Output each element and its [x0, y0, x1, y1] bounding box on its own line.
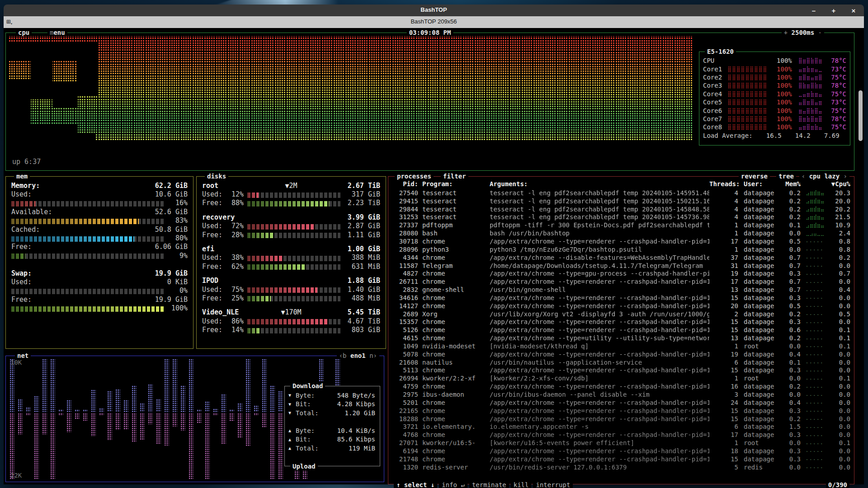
processes-box-label[interactable]: processes	[395, 172, 434, 180]
process-mem: 0.2	[782, 197, 801, 205]
reverse-button[interactable]: reverse	[739, 172, 770, 180]
process-row[interactable]: 27337pdftoppmpdftoppm -tiff -r 300 Epste…	[392, 221, 850, 229]
process-user: datapage	[738, 407, 782, 414]
col-pid[interactable]: Pid:	[392, 180, 418, 188]
process-row[interactable]: 5201chrome/app/extra/chrome --type=rende…	[392, 399, 850, 407]
process-row[interactable]: 14127chrome/app/extra/chrome --type=rend…	[392, 302, 850, 310]
process-row[interactable]: 26994kworker/2:2-xf[kworker/2:2-xfs-conv…	[392, 374, 850, 382]
process-row[interactable]: 2832gnome-shell/usr/bin/gnome-shell13dat…	[392, 286, 850, 294]
process-row[interactable]: 30718chrome/app/extra/chrome --type=rend…	[392, 237, 850, 245]
process-cpu: 0.0	[830, 399, 850, 406]
process-row[interactable]: 5126chrome/app/extra/chrome --type=rende…	[392, 326, 850, 334]
next-interface-button[interactable]: n›	[369, 352, 377, 359]
process-row[interactable]: 15357chrome/app/extra/chrome --type=rend…	[392, 318, 850, 326]
memory-stat-label: Used:	[11, 278, 32, 286]
process-cpu-graph: ⠄⠄⠄⠄⠄	[801, 254, 830, 260]
process-cpu: 0.1	[830, 375, 850, 382]
col-arguments[interactable]: Arguments:	[485, 180, 709, 188]
col-cpu[interactable]: ▼Cpu%	[830, 180, 850, 188]
process-arguments: /app/extra/chrome --type=renderer --cras…	[485, 326, 709, 333]
memory-stat-value: 19.9 GiB	[155, 296, 188, 304]
minimize-button[interactable]: –	[810, 7, 818, 14]
process-row[interactable]: 34616chrome/app/extra/chrome --type=rend…	[392, 294, 850, 302]
process-threads: 13	[709, 334, 738, 342]
col-user[interactable]: User:	[738, 180, 782, 188]
processes-box: processes filter reverse tree ‹ cpu lazy…	[388, 176, 854, 484]
core-load-value: 100%	[772, 123, 792, 131]
process-row[interactable]: 26711chrome/app/extra/chrome --type=rend…	[392, 277, 850, 286]
process-row[interactable]: 3721io.elementary.io.elementary.appcente…	[392, 422, 850, 431]
disk-stat-value: 1.40 GiB	[340, 286, 380, 294]
process-row[interactable]: 4827chrome/app/extra/chrome --type=gpu-p…	[392, 269, 850, 277]
process-row[interactable]: 5078chrome/app/extra/chrome --type=rende…	[392, 350, 850, 358]
select-control[interactable]: ↑ select ↓	[394, 481, 437, 488]
window-titlebar[interactable]: BashTOP – + ×	[4, 5, 864, 16]
sort-prev-button[interactable]: ‹	[802, 173, 805, 180]
menu-button[interactable]: menu	[47, 28, 67, 37]
interval-increase-button[interactable]: +	[784, 29, 788, 36]
col-program[interactable]: Program:	[418, 180, 485, 188]
disk-stat-label: Used:	[202, 253, 226, 262]
process-row[interactable]: 1049nvidia-modeset[nvidia-modeset/kthrea…	[392, 342, 850, 350]
interrupt-control[interactable]: interrupt	[533, 481, 573, 488]
process-row[interactable]: 4344chrome/app/extra/chrome --disable-fe…	[392, 253, 850, 262]
download-bar	[34, 396, 39, 412]
process-row[interactable]: 27540tesseracttesseract -l eng pdf2searc…	[392, 189, 850, 197]
memory-stat-value: 10.6 GiB	[155, 190, 188, 198]
disks-box: disks root▼2M2.67 TiBUsed:12%317 GiBFree…	[196, 176, 386, 349]
process-user: datapage	[738, 206, 782, 213]
process-row[interactable]: 5113chrome/app/extra/chrome --type=rende…	[392, 366, 850, 375]
process-row[interactable]: 1320redis-server/usr/bin/redis-server 12…	[392, 463, 850, 471]
process-row[interactable]: 6194chrome/app/extra/chrome --type=rende…	[392, 447, 850, 455]
interval-decrease-button[interactable]: -	[818, 29, 822, 36]
sort-next-button[interactable]: ›	[844, 173, 847, 180]
process-arguments: /app/extra/chrome --type=renderer --cras…	[485, 351, 709, 358]
process-pid: 29415	[392, 197, 418, 205]
upload-bar	[278, 413, 283, 480]
load-average: Load Average:16.514.27.69	[703, 131, 846, 140]
process-table-header: Pid: Program: Arguments: Threads: User: …	[392, 180, 850, 188]
terminal-scrollbar-thumb[interactable]	[859, 90, 863, 141]
filter-button[interactable]: filter	[441, 172, 468, 180]
process-row[interactable]: 31253tesseracttesseract -l eng pdf2searc…	[392, 213, 850, 221]
tab-title[interactable]: BashTOP 209x56	[4, 18, 864, 25]
process-row[interactable]: 28096python3python3 /tmp/nEzu6zGe7Dqr/ba…	[392, 245, 850, 253]
process-row[interactable]: 29844tesseracttesseract -l eng pdf2searc…	[392, 205, 850, 213]
terminate-control[interactable]: terminate	[469, 481, 509, 488]
process-row[interactable]: 22165chrome/app/extra/chrome --type=rend…	[392, 407, 850, 415]
process-row[interactable]: 2975ibus-daemon/usr/bin/ibus-daemon --pa…	[392, 390, 850, 399]
process-row[interactable]: 4759chrome/app/extra/chrome --type=rende…	[392, 382, 850, 390]
memory-box-label[interactable]: mem	[14, 172, 30, 180]
process-row[interactable]: 4768chrome/app/extra/chrome --type=rende…	[392, 431, 850, 439]
process-row[interactable]: 21608nautilus/usr/bin/nautilus --gapplic…	[392, 358, 850, 366]
process-cpu: 0.0	[830, 423, 850, 430]
disks-box-label[interactable]: disks	[205, 172, 228, 180]
tree-button[interactable]: tree	[776, 172, 796, 180]
process-row[interactable]: 2689Xorg/usr/lib/xorg/Xorg vt2 -displayf…	[392, 310, 850, 318]
process-row[interactable]: 18288chrome/app/extra/chrome --type=rend…	[392, 415, 850, 423]
maximize-button[interactable]: +	[830, 7, 838, 14]
process-mem: 0.7	[782, 254, 801, 261]
memory-stat-row: Free:6.06 GiB	[11, 243, 188, 251]
col-threads[interactable]: Threads:	[709, 180, 738, 188]
prev-interface-button[interactable]: ‹b	[339, 352, 347, 359]
process-mem: 0.0	[782, 439, 801, 446]
kill-control[interactable]: kill	[511, 481, 532, 488]
process-row[interactable]: 29415tesseracttesseract -l eng pdf2searc…	[392, 197, 850, 205]
process-row[interactable]: 27071kworker/u16:5-[kworker/u16:5-events…	[392, 439, 850, 447]
process-row[interactable]: 4615chrome/app/extra/chrome --type=utili…	[392, 334, 850, 342]
info-control[interactable]: info ↵	[439, 481, 467, 488]
upload-bar	[75, 413, 80, 419]
cpu-box-label[interactable]: cpu	[16, 28, 32, 37]
process-mem: 0.3	[782, 447, 801, 455]
process-row[interactable]: 21748chrome/app/extra/chrome --type=rend…	[392, 455, 850, 463]
memory-stat-percent: 16%	[165, 199, 188, 207]
close-button[interactable]: ×	[849, 7, 858, 14]
process-program: Xorg	[418, 310, 485, 318]
process-cpu-graph: ⠄⠄⠄⠄⠄	[801, 287, 830, 293]
network-totals-panel: Download Upload ▼Byte:548 Byte/s▼Bit:4.2…	[284, 386, 380, 466]
process-mem: 0.4	[782, 351, 801, 358]
process-row[interactable]: 28080bashbash /usr/bin/bashtop1datapage0…	[392, 229, 850, 237]
col-mem[interactable]: Mem%	[782, 180, 801, 188]
process-row[interactable]: 11587Telegram/home/datapage/Downloads/ts…	[392, 262, 850, 270]
